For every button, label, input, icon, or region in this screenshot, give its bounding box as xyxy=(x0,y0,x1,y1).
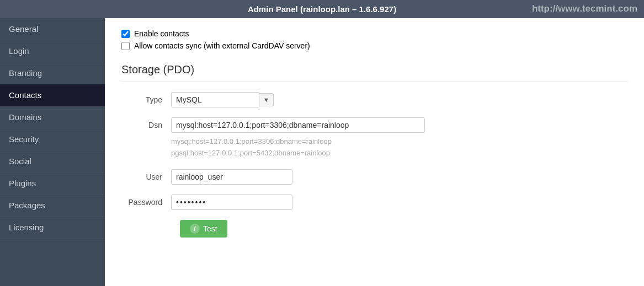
watermark: http://www.tecmint.com xyxy=(532,3,637,14)
sidebar: GeneralLoginBrandingContactsDomainsSecur… xyxy=(0,18,105,286)
storage-section: Storage (PDO) Type ▼ Dsn mysql:host=127.… xyxy=(121,63,627,238)
dsn-input[interactable] xyxy=(171,117,425,133)
sidebar-item-branding[interactable]: Branding xyxy=(0,62,105,84)
sidebar-item-domains[interactable]: Domains xyxy=(0,106,105,128)
dsn-hint: mysql:host=127.0.0.1;port=3306;dbname=ra… xyxy=(171,136,425,159)
sidebar-item-contacts[interactable]: Contacts xyxy=(0,84,105,106)
password-label: Password xyxy=(121,195,171,207)
test-button-row: i Test xyxy=(121,220,627,238)
allow-sync-checkbox[interactable] xyxy=(121,42,130,50)
enable-contacts-label[interactable]: Enable contacts xyxy=(134,29,189,38)
user-row: User xyxy=(121,169,627,185)
contacts-options: Enable contacts Allow contacts sync (wit… xyxy=(121,29,627,50)
password-input[interactable] xyxy=(171,195,292,210)
app-header: Admin Panel (rainloop.lan – 1.6.6.927) h… xyxy=(0,0,644,18)
sidebar-item-licensing[interactable]: Licensing xyxy=(0,217,105,239)
enable-contacts-checkbox[interactable] xyxy=(121,30,130,38)
type-label: Type xyxy=(121,92,171,104)
test-icon: i xyxy=(190,224,200,234)
sidebar-item-plugins[interactable]: Plugins xyxy=(0,172,105,195)
storage-title: Storage (PDO) xyxy=(121,63,627,82)
dsn-label: Dsn xyxy=(121,117,171,129)
type-select-wrapper: ▼ xyxy=(171,92,274,107)
enable-contacts-row: Enable contacts xyxy=(121,29,627,38)
password-row: Password xyxy=(121,195,627,210)
user-label: User xyxy=(121,169,171,181)
allow-sync-label[interactable]: Allow contacts sync (with external CardD… xyxy=(134,41,310,50)
sidebar-item-packages[interactable]: Packages xyxy=(0,195,105,217)
sidebar-item-security[interactable]: Security xyxy=(0,128,105,150)
dsn-field-group: mysql:host=127.0.0.1;port=3306;dbname=ra… xyxy=(171,117,425,159)
user-input[interactable] xyxy=(171,169,292,185)
sidebar-item-login[interactable]: Login xyxy=(0,40,105,62)
dsn-row: Dsn mysql:host=127.0.0.1;port=3306;dbnam… xyxy=(121,117,627,159)
test-button-label: Test xyxy=(203,224,217,233)
type-row: Type ▼ xyxy=(121,92,627,107)
type-input[interactable] xyxy=(171,92,259,107)
sidebar-item-general[interactable]: General xyxy=(0,18,105,40)
sidebar-item-social[interactable]: Social xyxy=(0,150,105,172)
allow-sync-row: Allow contacts sync (with external CardD… xyxy=(121,41,627,50)
type-dropdown-button[interactable]: ▼ xyxy=(259,93,274,106)
header-title: Admin Panel (rainloop.lan – 1.6.6.927) xyxy=(248,4,396,14)
test-button[interactable]: i Test xyxy=(180,220,227,238)
main-content: Enable contacts Allow contacts sync (wit… xyxy=(105,18,644,286)
dsn-hint-line2: pgsql:host=127.0.0.1;port=5432;dbname=ra… xyxy=(171,148,425,159)
dsn-hint-line1: mysql:host=127.0.0.1;port=3306;dbname=ra… xyxy=(171,136,425,148)
